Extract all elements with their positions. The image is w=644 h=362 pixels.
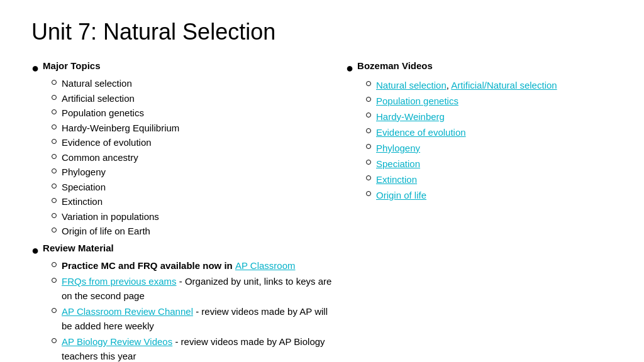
circle-bullet-icon: [366, 81, 371, 86]
list-item: FRQs from previous exams - Organized by …: [52, 275, 333, 303]
ap-biology-review-videos-link[interactable]: AP Biology Review Videos: [62, 336, 172, 347]
major-topics-label: Major Topics: [43, 60, 100, 71]
list-item: Speciation: [366, 156, 613, 172]
circle-bullet-icon: [52, 198, 57, 203]
ap-classroom-link[interactable]: AP Classroom: [235, 260, 296, 271]
evidence-of-evolution-link[interactable]: Evidence of evolution: [376, 125, 466, 140]
circle-bullet-icon: [52, 338, 57, 343]
bozeman-videos-list: Natural selection, Artificial/Natural se…: [346, 78, 613, 203]
main-topics-list: ● Major Topics Natural selection Artific…: [31, 60, 333, 362]
extinction-link[interactable]: Extinction: [376, 172, 417, 187]
speciation-link[interactable]: Speciation: [376, 156, 420, 172]
list-item: Evidence of evolution: [366, 125, 613, 140]
list-item: Hardy-Weinberg: [366, 109, 613, 124]
list-item: Practice MC and FRQ available now in AP …: [52, 259, 333, 273]
list-item: AP Classroom Review Channel - review vid…: [52, 305, 333, 333]
circle-bullet-icon: [52, 213, 57, 218]
list-item: Population genetics: [366, 94, 613, 109]
list-item: Natural selection: [52, 77, 333, 91]
review-material-item: ● Review Material Practice MC and FRQ av…: [31, 243, 333, 363]
list-item: Phylogeny: [52, 165, 333, 180]
circle-bullet-icon: [52, 95, 57, 100]
circle-bullet-icon: [366, 112, 371, 118]
natural-selection-link[interactable]: Natural selection: [376, 80, 447, 90]
circle-bullet-icon: [52, 124, 57, 129]
list-item: Extinction: [52, 195, 333, 209]
list-item: Evidence of evolution: [52, 136, 333, 150]
circle-bullet-icon: [52, 184, 57, 189]
list-item: Extinction: [366, 172, 613, 187]
origin-of-life-link[interactable]: Origin of life: [376, 188, 426, 203]
circle-bullet-icon: [366, 97, 371, 102]
list-item: AP Biology Review Videos - review videos…: [52, 335, 333, 362]
right-column: ● Bozeman Videos Natural selection, Arti…: [333, 60, 613, 204]
list-item: Artificial selection: [52, 92, 333, 106]
bullet-dot: ●: [31, 60, 39, 75]
list-item: Hardy-Weinberg Equilibrium: [52, 121, 333, 136]
list-item: Origin of life: [366, 188, 613, 203]
frqs-link[interactable]: FRQs from previous exams: [62, 276, 177, 287]
review-material-sublist: Practice MC and FRQ available now in AP …: [31, 259, 333, 363]
list-item: Origin of life on Earth: [52, 224, 333, 239]
major-topics-item: ● Major Topics Natural selection Artific…: [31, 60, 333, 239]
bozeman-videos-label: Bozeman Videos: [357, 60, 433, 71]
list-item: Natural selection, Artificial/Natural se…: [366, 78, 613, 93]
artificial-natural-selection-link[interactable]: Artificial/Natural selection: [451, 80, 557, 90]
phylogeny-link[interactable]: Phylogeny: [376, 141, 420, 156]
circle-bullet-icon: [366, 191, 371, 196]
list-item: Population genetics: [52, 106, 333, 121]
major-topics-sublist: Natural selection Artificial selection P…: [31, 77, 333, 239]
review-material-label: Review Material: [43, 243, 114, 253]
circle-bullet-icon: [366, 175, 371, 180]
left-column: ● Major Topics Natural selection Artific…: [31, 60, 333, 362]
hardy-weinberg-link[interactable]: Hardy-Weinberg: [376, 109, 445, 124]
bozeman-header: ● Bozeman Videos: [346, 60, 613, 75]
circle-bullet-icon: [52, 168, 57, 173]
list-item: Variation in populations: [52, 210, 333, 224]
population-genetics-link[interactable]: Population genetics: [376, 94, 458, 109]
list-item: Common ancestry: [52, 151, 333, 165]
list-item: Phylogeny: [366, 141, 613, 156]
bullet-dot: ●: [31, 243, 39, 258]
circle-bullet-icon: [52, 154, 57, 159]
circle-bullet-icon: [366, 160, 371, 165]
circle-bullet-icon: [52, 80, 57, 85]
circle-bullet-icon: [52, 262, 57, 267]
list-item: Speciation: [52, 180, 333, 195]
page-title: Unit 7: Natural Selection: [31, 19, 613, 45]
circle-bullet-icon: [52, 278, 57, 283]
circle-bullet-icon: [366, 144, 371, 149]
circle-bullet-icon: [52, 308, 57, 313]
bullet-dot: ●: [346, 60, 353, 75]
ap-classroom-review-channel-link[interactable]: AP Classroom Review Channel: [62, 306, 193, 317]
circle-bullet-icon: [366, 128, 371, 133]
circle-bullet-icon: [52, 228, 57, 233]
circle-bullet-icon: [52, 109, 57, 114]
circle-bullet-icon: [52, 139, 57, 144]
